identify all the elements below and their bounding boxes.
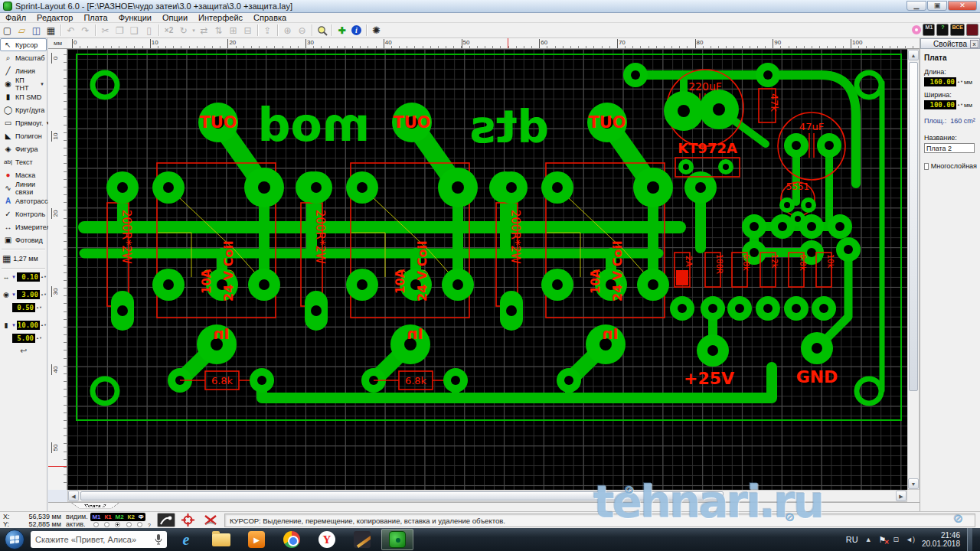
- network-icon[interactable]: ⊡: [893, 536, 899, 543]
- board-tab[interactable]: Плата 2: [71, 503, 119, 508]
- delete-button[interactable]: ▯: [142, 24, 156, 37]
- pad-inner-input[interactable]: 0.50: [12, 303, 35, 312]
- tool-ratsnest[interactable]: ∿Линии связи: [0, 181, 47, 194]
- zoom-button[interactable]: [315, 24, 329, 37]
- layer-visible-К1[interactable]: К1: [104, 514, 111, 520]
- vertical-scroll-thumb[interactable]: [909, 62, 918, 391]
- pad-outer-input[interactable]: 3.00: [17, 290, 40, 299]
- tool-mask[interactable]: ●Маска: [0, 168, 47, 181]
- taskbar-chrome[interactable]: [276, 529, 308, 550]
- save-button[interactable]: ◫: [29, 24, 44, 37]
- mask-indicator-icon[interactable]: [912, 25, 921, 34]
- track-mode-button[interactable]: [157, 513, 175, 527]
- mirror-horizontal-button[interactable]: ⇄: [197, 24, 211, 37]
- taskbar-explorer[interactable]: [205, 529, 237, 550]
- cut-button[interactable]: ✂: [98, 24, 113, 37]
- scroll-down-icon[interactable]: ▼: [908, 478, 919, 489]
- alice-search-box[interactable]: Скажите «Привет, Алиса»: [31, 531, 167, 548]
- paste-button[interactable]: ❑: [127, 24, 142, 37]
- pad-outer-spinner[interactable]: ▲▼: [41, 293, 47, 296]
- redo-button[interactable]: ↷: [78, 24, 93, 37]
- track-width-input[interactable]: 0.10: [17, 272, 40, 282]
- snap-button[interactable]: ⇪: [260, 24, 275, 37]
- board-width-input[interactable]: 100.00: [924, 100, 956, 109]
- board-text-dts[interactable]: dts: [469, 101, 549, 153]
- smd-width-spinner[interactable]: ▲▼: [41, 324, 47, 327]
- crosshair-button[interactable]: [179, 513, 198, 527]
- menu-edit[interactable]: Редактор: [31, 13, 78, 23]
- action-center-icon[interactable]: ⚑✕: [879, 535, 887, 545]
- menu-options[interactable]: Опции: [157, 13, 193, 23]
- new-file-button[interactable]: ▢: [0, 24, 15, 37]
- tray-clock[interactable]: 21:46 20.01.2018: [922, 531, 960, 548]
- swap-values-icon[interactable]: ↩: [0, 346, 47, 356]
- horizontal-scrollbar[interactable]: ◀ ▶: [67, 490, 907, 502]
- rotate-button[interactable]: ↻: [176, 24, 191, 37]
- layer-quick-m1-button[interactable]: М1: [923, 24, 935, 36]
- menu-help[interactable]: Справка: [248, 13, 292, 23]
- layer-help[interactable]: ?: [148, 523, 151, 528]
- tool-autoroute[interactable]: AАвтотрасса: [0, 194, 47, 207]
- microphone-icon[interactable]: [155, 534, 162, 545]
- tool-shape[interactable]: ◈Фигура: [0, 142, 47, 155]
- layer-active-radio-К1[interactable]: [104, 522, 109, 527]
- pcb-canvas[interactable]: 6.8k O: [67, 49, 907, 490]
- taskbar-ie[interactable]: e: [170, 529, 202, 550]
- taskbar-media-player[interactable]: ▶: [240, 529, 273, 550]
- tool-rect[interactable]: ▭Прямоуг.▼: [0, 116, 47, 129]
- layer-active-radio-К2[interactable]: [126, 522, 132, 527]
- smd-height-input[interactable]: 5.00: [12, 334, 35, 343]
- print-button[interactable]: ▦: [44, 24, 58, 37]
- layer-help-button[interactable]: ?: [936, 24, 949, 36]
- layer-visible-М1[interactable]: М1: [92, 514, 100, 520]
- layer-all-button[interactable]: ВСЕ: [950, 24, 965, 36]
- tray-expand-icon[interactable]: ▲: [865, 536, 872, 543]
- menu-interface[interactable]: Интерфейс: [193, 13, 248, 23]
- board-text-mod[interactable]: mod: [258, 98, 371, 152]
- route-button[interactable]: ✚: [335, 24, 349, 37]
- scroll-left-icon[interactable]: ◀: [68, 491, 79, 501]
- mirror-vertical-button[interactable]: ⇅: [211, 24, 226, 37]
- pad-inner-spinner[interactable]: ▲▼: [36, 306, 42, 309]
- layer-active-radio-М2[interactable]: [115, 522, 120, 527]
- volume-icon[interactable]: ◄): [906, 536, 915, 543]
- close-button[interactable]: ✕: [948, 1, 977, 11]
- minimize-button[interactable]: ▁: [906, 1, 926, 11]
- tool-measure[interactable]: ↔Измеритель: [0, 220, 47, 233]
- tool-polygon[interactable]: ◣Полигон: [0, 129, 47, 142]
- pcb-drawing[interactable]: 6.8k O: [67, 49, 907, 490]
- smd-height-spinner[interactable]: ▲▼: [36, 337, 42, 340]
- layer-active-radio-М1[interactable]: [93, 522, 99, 527]
- layer-active-radio-Ф[interactable]: [137, 522, 142, 527]
- width-spinner[interactable]: ▲▼: [957, 103, 963, 106]
- language-indicator[interactable]: RU: [846, 535, 858, 544]
- undo-button[interactable]: ↶: [64, 24, 78, 37]
- copy-button[interactable]: ❐: [113, 24, 127, 37]
- photoview-button[interactable]: ✺: [369, 24, 384, 37]
- board-length-input[interactable]: 160.00: [924, 77, 956, 86]
- length-spinner[interactable]: ▲▼: [957, 80, 963, 83]
- rotate-dropdown[interactable]: ▾: [191, 24, 197, 37]
- tool-line[interactable]: ╱Линия: [0, 64, 47, 77]
- show-desktop-button[interactable]: [967, 528, 972, 551]
- tool-test[interactable]: ✓Контроль: [0, 207, 47, 220]
- taskbar-sprint-layout[interactable]: [381, 529, 413, 550]
- tool-cursor[interactable]: ↖Курсор: [0, 38, 47, 51]
- multilayer-checkbox[interactable]: [924, 163, 929, 170]
- layer-visible-К2[interactable]: К2: [128, 514, 135, 520]
- tool-pad-smd[interactable]: ▮КП SMD: [0, 90, 47, 103]
- scroll-up-icon[interactable]: ▲: [908, 50, 919, 60]
- properties-header[interactable]: Свойства x: [920, 38, 980, 49]
- anchor2-button[interactable]: ⊖: [295, 24, 309, 37]
- ungroup-button[interactable]: ⊟: [240, 24, 255, 37]
- horizontal-scroll-thumb[interactable]: [80, 491, 724, 500]
- vertical-scrollbar[interactable]: ▲ ▼: [907, 49, 920, 490]
- close-panel-icon[interactable]: x: [970, 40, 978, 48]
- layer-extra-button[interactable]: [966, 24, 978, 36]
- no-connection-button[interactable]: [201, 513, 220, 527]
- info-button[interactable]: i: [349, 24, 364, 37]
- tool-circle[interactable]: ◯Круг/дуга: [0, 103, 47, 116]
- menu-file[interactable]: Файл: [0, 13, 31, 23]
- anchor-button[interactable]: ⊕: [280, 24, 295, 37]
- group-button[interactable]: ⊞: [226, 24, 240, 37]
